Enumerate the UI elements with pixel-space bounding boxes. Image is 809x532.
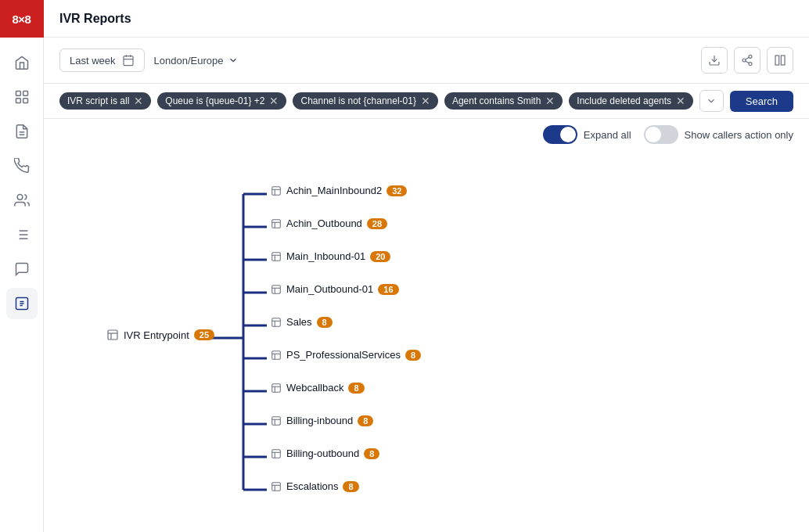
branch-node-2[interactable]: Main_Inbound-01 20	[271, 250, 390, 262]
branch-0-icon	[271, 185, 282, 196]
branch-6-label: Webcallback	[286, 382, 343, 394]
branch-3-label: Main_Outbound-01	[286, 283, 373, 295]
filter-chip-ivr-script-close[interactable]: ✕	[134, 95, 143, 106]
svg-rect-53	[272, 318, 281, 326]
sidebar-item-tasks[interactable]	[6, 219, 38, 250]
branch-9-icon	[271, 481, 282, 492]
date-range-label: Last week	[70, 55, 116, 66]
branch-node-9[interactable]: Escalations 8	[271, 480, 359, 492]
toolbar-actions	[701, 47, 793, 74]
timezone-label: London/Europe	[154, 55, 224, 66]
branch-6-badge: 8	[348, 383, 364, 394]
callers-only-toggle-knob	[645, 127, 661, 142]
columns-icon	[774, 54, 786, 66]
svg-rect-38	[108, 330, 117, 340]
svg-rect-68	[272, 482, 281, 491]
content-area: IVR Entrypoint 25 Achin_MainInbound2 32 …	[44, 150, 809, 532]
share-button[interactable]	[734, 47, 760, 74]
toolbar: Last week London/Europe	[44, 38, 809, 84]
branch-1-badge: 28	[367, 218, 387, 229]
columns-button[interactable]	[767, 47, 793, 74]
branch-node-8[interactable]: Billing-outbound 8	[271, 448, 379, 459]
chevron-down-icon	[228, 55, 239, 66]
branch-7-label: Billing-inbound	[286, 415, 353, 426]
filter-chip-deleted-agents-label: Include deleted agents	[577, 95, 671, 106]
sidebar-item-ivr[interactable]	[6, 288, 38, 319]
search-button[interactable]: Search	[730, 91, 793, 112]
filter-dropdown-button[interactable]	[699, 90, 724, 112]
expand-all-toggle[interactable]	[543, 125, 577, 144]
sidebar-item-home[interactable]	[6, 47, 38, 78]
svg-rect-65	[272, 449, 281, 458]
expand-all-toggle-group: Expand all	[543, 125, 631, 144]
sidebar-item-calls[interactable]	[6, 150, 38, 182]
date-range-picker[interactable]: Last week	[59, 49, 145, 72]
branch-7-icon	[271, 415, 282, 426]
branch-node-4[interactable]: Sales 8	[271, 316, 333, 328]
svg-rect-0	[16, 92, 20, 96]
branch-node-5[interactable]: PS_ProfessionalServices 8	[271, 349, 421, 361]
branch-4-icon	[271, 317, 282, 328]
callers-only-toggle[interactable]	[644, 125, 678, 144]
filter-chip-queue[interactable]: Queue is {queue-01} +2 ✕	[157, 92, 286, 110]
branch-8-icon	[271, 448, 282, 459]
branch-9-label: Escalations	[286, 480, 338, 492]
branch-4-label: Sales	[286, 316, 312, 328]
sidebar-item-reports[interactable]	[6, 116, 38, 147]
root-node-label: IVR Entrypoint	[124, 329, 189, 341]
sidebar-item-contacts[interactable]	[6, 185, 38, 216]
branch-5-badge: 8	[405, 350, 421, 361]
branch-node-3[interactable]: Main_Outbound-01 16	[271, 283, 399, 295]
expand-all-label: Expand all	[584, 129, 631, 141]
calendar-icon	[122, 54, 135, 66]
chevron-down-icon	[706, 95, 717, 106]
svg-point-6	[17, 195, 23, 200]
branch-5-label: PS_ProfessionalServices	[286, 349, 401, 361]
branch-node-7[interactable]: Billing-inbound 8	[271, 415, 373, 426]
expand-all-toggle-knob	[560, 127, 576, 142]
filter-chip-queue-label: Queue is {queue-01} +2	[165, 95, 264, 106]
branch-6-icon	[271, 383, 282, 394]
filter-chip-channel-close[interactable]: ✕	[421, 95, 430, 106]
svg-rect-50	[272, 285, 281, 293]
root-node[interactable]: IVR Entrypoint 25	[106, 329, 214, 341]
download-button[interactable]	[701, 47, 728, 74]
svg-rect-1	[23, 92, 27, 96]
branch-7-badge: 8	[358, 415, 373, 426]
callers-only-toggle-group: Show callers action only	[644, 125, 793, 144]
filter-chip-agent-close[interactable]: ✕	[545, 95, 555, 106]
branch-0-badge: 32	[387, 185, 407, 196]
branch-node-6[interactable]: Webcallback 8	[271, 382, 365, 394]
sidebar-item-messages[interactable]	[6, 253, 38, 285]
svg-rect-25	[781, 56, 785, 65]
sidebar-item-dashboard[interactable]	[6, 81, 38, 113]
filter-chip-agent-label: Agent contains Smith	[452, 95, 541, 106]
svg-rect-59	[272, 383, 281, 392]
filter-chip-channel[interactable]: Channel is not {channel-01} ✕	[293, 92, 437, 110]
branch-node-1[interactable]: Achin_Outbound 28	[271, 217, 387, 229]
options-bar: Expand all Show callers action only	[44, 119, 809, 150]
timezone-picker[interactable]: London/Europe	[154, 55, 239, 66]
branch-node-0[interactable]: Achin_MainInbound2 32	[271, 185, 407, 196]
main-content: IVR Reports Last week London/Europe IVR …	[44, 0, 809, 532]
filter-chip-agent[interactable]: Agent contains Smith ✕	[444, 92, 563, 110]
branch-1-label: Achin_Outbound	[286, 217, 362, 229]
branch-2-label: Main_Inbound-01	[286, 250, 365, 262]
app-logo: 8×8	[0, 0, 44, 38]
filter-chip-deleted-agents-close[interactable]: ✕	[676, 95, 685, 106]
branch-4-badge: 8	[317, 317, 333, 328]
branch-8-label: Billing-outbound	[286, 448, 359, 459]
branch-8-badge: 8	[364, 448, 379, 459]
page-header: IVR Reports	[44, 0, 809, 38]
branch-3-badge: 16	[378, 284, 398, 295]
filter-chip-ivr-script[interactable]: IVR script is all ✕	[59, 92, 151, 110]
filter-chip-ivr-script-label: IVR script is all	[67, 95, 129, 106]
svg-rect-14	[124, 56, 133, 66]
svg-point-19	[749, 55, 752, 58]
branch-0-label: Achin_MainInbound2	[286, 185, 382, 196]
filter-chip-deleted-agents[interactable]: Include deleted agents ✕	[569, 92, 693, 110]
svg-line-23	[746, 57, 750, 59]
filter-chip-queue-close[interactable]: ✕	[269, 95, 279, 106]
svg-rect-56	[272, 350, 281, 359]
branch-9-badge: 8	[343, 481, 358, 492]
